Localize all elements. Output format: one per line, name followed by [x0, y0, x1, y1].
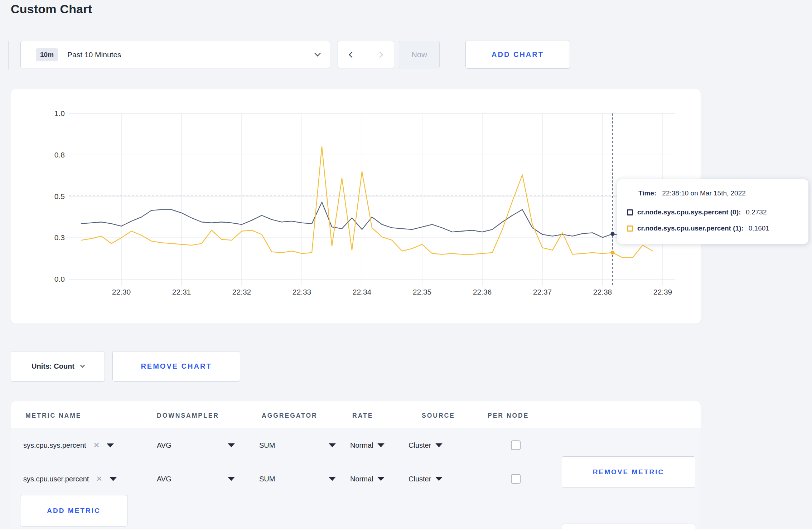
clear-metric-icon[interactable]: ✕: [96, 475, 102, 483]
svg-text:22:30: 22:30: [112, 288, 131, 296]
svg-text:22:33: 22:33: [293, 288, 311, 296]
time-prev-button[interactable]: [338, 41, 366, 68]
downsampler-select[interactable]: AVG: [157, 475, 235, 483]
svg-text:22:31: 22:31: [172, 288, 191, 296]
chart-tooltip: Time:22:38:10 on Mar 15th, 2022 cr.node.…: [617, 179, 808, 244]
column-header-source: SOURCE: [422, 412, 455, 419]
metric-name-select[interactable]: sys.cpu.user.percent ✕: [23, 475, 117, 483]
svg-text:22:36: 22:36: [473, 288, 492, 296]
custom-chart-page: Custom Chart 10m Past 10 Minutes Now ADD…: [0, 0, 812, 529]
metric-name-label: sys.cpu.sys.percent: [23, 441, 86, 450]
metric-name-select[interactable]: sys.cpu.sys.percent ✕: [23, 441, 114, 450]
chevron-right-icon: [377, 52, 383, 58]
remove-metric-button[interactable]: REMOVE METRIC: [562, 524, 695, 529]
per-node-checkbox[interactable]: [511, 441, 521, 450]
time-window-select[interactable]: 10m Past 10 Minutes: [20, 41, 330, 68]
caret-down-icon: [377, 443, 385, 447]
series-swatch-icon: [627, 209, 633, 215]
svg-text:0.3: 0.3: [54, 233, 65, 242]
caret-down-icon: [107, 443, 114, 447]
svg-text:0.8: 0.8: [54, 151, 65, 159]
column-header-per-node: PER NODE: [488, 412, 529, 419]
clear-metric-icon[interactable]: ✕: [93, 441, 100, 450]
chevron-down-icon: [315, 52, 320, 58]
chevron-left-icon: [349, 52, 355, 58]
column-header-metric-name: METRIC NAME: [25, 412, 81, 419]
units-select[interactable]: Units: Count: [11, 351, 105, 382]
rate-select[interactable]: Normal: [350, 475, 385, 483]
cpu-percent-line-chart[interactable]: 0.00.30.50.81.022:3022:3122:3222:3322:34…: [11, 89, 701, 324]
svg-text:22:39: 22:39: [653, 288, 672, 296]
add-chart-button[interactable]: ADD CHART: [465, 40, 570, 69]
svg-text:0.0: 0.0: [54, 275, 65, 283]
source-value: Cluster: [409, 441, 431, 450]
source-select[interactable]: Cluster: [409, 475, 443, 483]
caret-down-icon: [228, 477, 235, 481]
caret-down-icon: [329, 477, 336, 481]
page-title: Custom Chart: [11, 2, 92, 16]
now-button[interactable]: Now: [399, 41, 440, 68]
time-step-button-group: [338, 41, 394, 68]
remove-chart-button[interactable]: REMOVE CHART: [112, 351, 240, 382]
time-window-badge: 10m: [36, 48, 58, 61]
caret-down-icon: [110, 477, 117, 481]
metrics-table: METRIC NAME DOWNSAMPLER AGGREGATOR RATE …: [11, 401, 701, 529]
svg-text:22:35: 22:35: [413, 288, 432, 296]
chevron-down-icon: [80, 363, 85, 368]
tooltip-time-value: 22:38:10 on Mar 15th, 2022: [662, 189, 745, 197]
aggregator-value: SUM: [259, 475, 275, 483]
source-value: Cluster: [409, 475, 431, 483]
tooltip-series-value: 0.1601: [749, 224, 769, 232]
toolbar-divider: [8, 41, 9, 69]
time-window-label: Past 10 Minutes: [67, 50, 121, 59]
column-header-aggregator: AGGREGATOR: [262, 412, 318, 419]
downsampler-value: AVG: [157, 475, 171, 483]
caret-down-icon: [228, 443, 235, 447]
time-next-button[interactable]: [366, 41, 394, 68]
tooltip-series-row: cr.node.sys.cpu.user.percent (1): 0.1601: [627, 224, 769, 233]
rate-value: Normal: [350, 475, 373, 483]
svg-text:22:38: 22:38: [593, 288, 612, 296]
svg-text:1.0: 1.0: [54, 109, 65, 117]
svg-text:22:32: 22:32: [232, 288, 251, 296]
rate-value: Normal: [350, 441, 373, 450]
svg-text:0.5: 0.5: [54, 192, 65, 200]
caret-down-icon: [435, 443, 443, 447]
aggregator-select[interactable]: SUM: [259, 475, 336, 483]
downsampler-select[interactable]: AVG: [157, 441, 235, 450]
tooltip-time-label: Time:: [638, 189, 656, 197]
tooltip-series-value: 0.2732: [746, 208, 767, 216]
aggregator-value: SUM: [259, 441, 275, 450]
tooltip-series-label: cr.node.sys.cpu.sys.percent (0):: [637, 208, 741, 216]
units-label: Units: Count: [32, 362, 74, 370]
tooltip-time: Time:22:38:10 on Mar 15th, 2022: [638, 189, 746, 197]
column-header-rate: RATE: [352, 412, 373, 419]
table-row: sys.cpu.user.percent ✕ AVG SUM Normal Cl…: [11, 462, 701, 496]
table-row: sys.cpu.sys.percent ✕ AVG SUM Normal Clu…: [11, 428, 701, 462]
metric-name-label: sys.cpu.user.percent: [23, 475, 89, 483]
tooltip-series-row: cr.node.sys.cpu.sys.percent (0): 0.2732: [627, 208, 767, 217]
add-metric-button[interactable]: ADD METRIC: [20, 495, 127, 526]
downsampler-value: AVG: [157, 441, 171, 450]
rate-select[interactable]: Normal: [350, 441, 385, 450]
caret-down-icon: [329, 443, 336, 447]
series-swatch-icon: [627, 225, 633, 232]
column-header-downsampler: DOWNSAMPLER: [157, 412, 219, 419]
aggregator-select[interactable]: SUM: [259, 441, 336, 450]
per-node-checkbox[interactable]: [511, 474, 521, 484]
source-select[interactable]: Cluster: [409, 441, 443, 450]
caret-down-icon: [377, 477, 385, 481]
svg-text:22:34: 22:34: [353, 288, 372, 296]
caret-down-icon: [435, 477, 443, 481]
chart-card: 0.00.30.50.81.022:3022:3122:3222:3322:34…: [11, 89, 701, 324]
tooltip-series-label: cr.node.sys.cpu.user.percent (1):: [637, 224, 744, 232]
svg-text:22:37: 22:37: [533, 288, 552, 296]
